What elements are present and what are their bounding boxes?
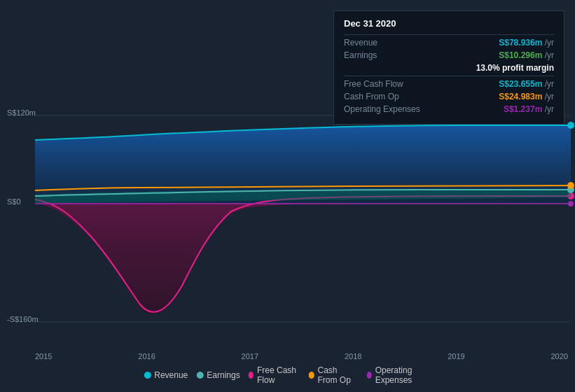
y-label-top: S$120m (7, 108, 36, 117)
legend-revenue-label: Revenue (154, 370, 188, 380)
tooltip-opex: Operating Expenses S$1.237m /yr (344, 104, 554, 114)
legend-opex-label: Operating Expenses (375, 365, 431, 385)
x-label-2019: 2019 (448, 352, 464, 360)
tooltip-opex-label: Operating Expenses (344, 104, 420, 114)
tooltip-profit-margin: 13.0% profit margin (476, 63, 554, 73)
legend-fcf[interactable]: Free Cash Flow (249, 365, 301, 385)
legend-cashop-label: Cash From Op (318, 365, 359, 385)
tooltip-margin: 13.0% profit margin (344, 63, 554, 73)
chart-legend: Revenue Earnings Free Cash Flow Cash Fro… (144, 365, 431, 385)
tooltip-cashop-value: S$24.983m /yr (499, 92, 554, 102)
x-label-2020: 2020 (550, 352, 567, 360)
legend-cashop-dot (309, 372, 314, 379)
tooltip-cashop-label: Cash From Op (344, 92, 399, 102)
tooltip-revenue-label: Revenue (344, 38, 377, 48)
tooltip-panel: Dec 31 2020 Revenue S$78.936m /yr Earnin… (333, 10, 564, 125)
tooltip-fcf-label: Free Cash Flow (344, 79, 403, 89)
x-label-2017: 2017 (242, 352, 258, 360)
svg-point-8 (568, 201, 574, 206)
legend-earnings-dot (196, 372, 203, 379)
tooltip-earnings: Earnings S$10.296m /yr (344, 50, 554, 60)
tooltip-date: Dec 31 2020 (344, 18, 554, 29)
legend-revenue-dot (144, 372, 151, 379)
x-label-2015: 2015 (35, 352, 52, 360)
legend-fcf-dot (249, 372, 254, 379)
legend-fcf-label: Free Cash Flow (257, 365, 300, 385)
y-label-bottom: -S$160m (7, 315, 39, 323)
tooltip-cashop: Cash From Op S$24.983m /yr (344, 92, 554, 102)
legend-cashop[interactable]: Cash From Op (309, 365, 358, 385)
x-label-2018: 2018 (345, 352, 361, 360)
tooltip-fcf-value: S$23.655m /yr (499, 79, 554, 89)
tooltip-revenue-value: S$78.936m /yr (499, 38, 554, 48)
tooltip-earnings-value: S$10.296m /yr (499, 50, 554, 60)
tooltip-earnings-label: Earnings (344, 50, 377, 60)
legend-opex[interactable]: Operating Expenses (366, 365, 431, 385)
tooltip-fcf: Free Cash Flow S$23.655m /yr (344, 79, 554, 89)
x-label-2016: 2016 (138, 352, 155, 360)
x-axis: 2015 2016 2017 2018 2019 2020 (35, 352, 568, 360)
svg-point-4 (567, 122, 574, 129)
tooltip-opex-value: S$1.237m /yr (504, 104, 554, 114)
y-label-zero: S$0 (7, 197, 21, 206)
legend-earnings-label: Earnings (207, 370, 240, 380)
svg-point-7 (567, 182, 574, 189)
legend-earnings[interactable]: Earnings (196, 370, 240, 380)
legend-opex-dot (366, 372, 371, 379)
tooltip-revenue: Revenue S$78.936m /yr (344, 38, 554, 48)
legend-revenue[interactable]: Revenue (144, 370, 188, 380)
